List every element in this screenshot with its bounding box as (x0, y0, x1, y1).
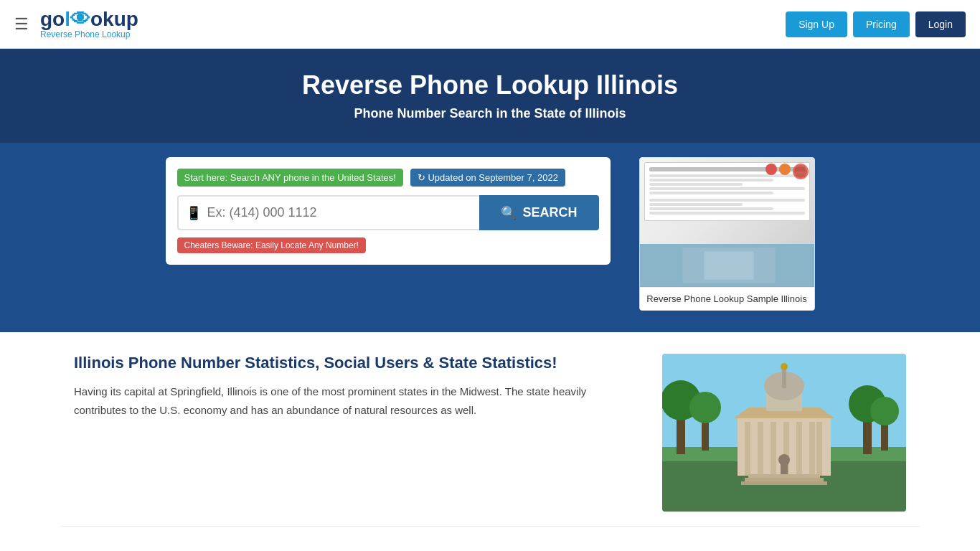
svg-rect-2 (704, 251, 753, 280)
sample-report-caption: Reverse Phone Lookup Sample Illinois (640, 287, 814, 310)
hamburger-menu-icon[interactable]: ☰ (14, 15, 29, 34)
search-button-label: SEARCH (522, 205, 577, 220)
badge-orange (779, 164, 791, 175)
illinois-image (662, 354, 906, 512)
sample-report-card: Reverse Phone Lookup Sample Illinois (639, 157, 815, 311)
logo[interactable]: gol👁okup Reverse Phone Lookup (40, 9, 138, 39)
search-icon: 🔍 (501, 205, 517, 221)
cheaters-label: Cheaters Beware: Easily Locate Any Numbe… (177, 237, 366, 253)
section1-title: Illinois Phone Number Statistics, Social… (74, 354, 641, 372)
signup-button[interactable]: Sign Up (786, 11, 847, 37)
section-divider (60, 526, 920, 527)
start-here-label: Start here: Search ANY phone in the Unit… (177, 169, 403, 187)
illinois-state-svg (662, 354, 906, 512)
hero-section: Reverse Phone Lookup Illinois Phone Numb… (0, 49, 980, 143)
svg-rect-25 (782, 368, 786, 388)
section1-text: Illinois Phone Number Statistics, Social… (74, 354, 641, 419)
section1-layout: Illinois Phone Number Statistics, Social… (74, 354, 906, 512)
section1-body: Having its capital at Springfield, Illin… (74, 382, 641, 419)
logo-subtitle: Reverse Phone Lookup (40, 29, 130, 39)
search-section: Start here: Search ANY phone in the Unit… (0, 143, 980, 332)
section1-container: Illinois Phone Number Statistics, Social… (60, 332, 920, 519)
site-header: ☰ gol👁okup Reverse Phone Lookup Sign Up … (0, 0, 980, 49)
svg-rect-20 (809, 422, 815, 476)
section2-container: Number of Smart Phone and Social Web Use… (60, 534, 920, 551)
svg-rect-16 (758, 422, 763, 476)
header-right: Sign Up Pricing Login (786, 11, 966, 37)
search-box: Start here: Search ANY phone in the Unit… (166, 157, 611, 265)
svg-rect-31 (741, 481, 827, 485)
badge-stamp (793, 164, 809, 179)
logo-text: gol👁okup (40, 9, 138, 29)
page-title: Reverse Phone Lookup Illinois (14, 70, 966, 100)
svg-point-13 (870, 397, 899, 425)
svg-point-28 (778, 454, 790, 466)
svg-rect-15 (745, 422, 750, 476)
svg-rect-19 (796, 422, 802, 476)
updated-label: ↻ Updated on September 7, 2022 (410, 169, 565, 187)
sample-bottom-image (640, 244, 814, 287)
phone-input-wrapper: 📱 (177, 195, 480, 230)
login-button[interactable]: Login (915, 11, 966, 37)
search-input-row: 📱 🔍 SEARCH (177, 195, 599, 230)
svg-point-9 (689, 392, 721, 423)
svg-rect-17 (771, 422, 776, 476)
search-button[interactable]: 🔍 SEARCH (479, 195, 598, 230)
hero-subtitle: Phone Number Search in the State of Illi… (14, 106, 966, 121)
header-left: ☰ gol👁okup Reverse Phone Lookup (14, 9, 138, 39)
search-labels: Start here: Search ANY phone in the Unit… (177, 169, 599, 187)
sample-report-badges (765, 164, 809, 179)
svg-rect-21 (816, 422, 822, 476)
svg-point-26 (781, 363, 788, 370)
sample-report-image (640, 158, 814, 244)
badge-red (765, 164, 777, 175)
phone-icon: 📱 (186, 205, 202, 221)
pricing-button[interactable]: Pricing (853, 11, 910, 37)
phone-search-input[interactable] (207, 197, 473, 229)
